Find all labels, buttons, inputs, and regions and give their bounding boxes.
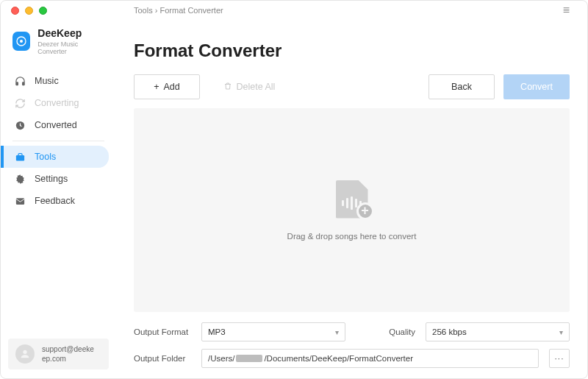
app-logo-icon xyxy=(12,32,30,51)
sidebar-item-converted[interactable]: Converted xyxy=(1,114,116,136)
close-window-button[interactable] xyxy=(11,7,19,15)
breadcrumb-parent[interactable]: Tools xyxy=(134,6,153,15)
app-subtitle: Deezer Music Converter xyxy=(37,40,104,55)
envelope-icon xyxy=(14,195,26,207)
nav-separator xyxy=(12,141,104,141)
clock-icon xyxy=(14,119,26,131)
content: DeeKeep Deezer Music Converter Music Con… xyxy=(1,20,587,378)
sidebar-item-music[interactable]: Music xyxy=(1,70,116,92)
headphones-icon xyxy=(14,75,26,87)
toolbar: + Add Delete All Back Convert xyxy=(134,74,570,99)
support-tile[interactable]: support@deeke ep.com xyxy=(8,339,109,369)
minimize-window-button[interactable] xyxy=(25,7,33,15)
browse-folder-button[interactable]: ··· xyxy=(549,349,570,368)
sidebar-item-label: Music xyxy=(35,76,59,86)
traffic-lights xyxy=(11,7,47,15)
user-icon xyxy=(15,344,35,364)
svg-point-8 xyxy=(23,350,26,354)
sidebar-item-label: Feedback xyxy=(35,196,75,206)
quality-label: Quality xyxy=(383,327,415,336)
svg-point-1 xyxy=(20,40,23,43)
main: Tools › Format Converter ≡ Format Conver… xyxy=(116,20,587,378)
svg-rect-7 xyxy=(15,198,24,205)
drop-zone[interactable]: + Drag & drop songs here to convert xyxy=(134,108,570,312)
sidebar-item-label: Tools xyxy=(35,152,56,162)
sidebar-item-converting: Converting xyxy=(1,92,116,114)
support-email: support@deeke ep.com xyxy=(42,344,94,364)
menu-icon[interactable]: ≡ xyxy=(563,4,570,17)
quality-select[interactable]: 256 kbps ▾ xyxy=(426,322,570,341)
breadcrumb-current: Format Converter xyxy=(159,6,223,15)
svg-rect-5 xyxy=(15,155,24,161)
window: DeeKeep Deezer Music Converter Music Con… xyxy=(1,1,587,378)
svg-rect-3 xyxy=(22,82,24,85)
breadcrumb: Tools › Format Converter xyxy=(134,6,223,15)
sidebar-item-label: Settings xyxy=(35,174,68,184)
trash-icon xyxy=(223,82,232,93)
primary-nav: Music Converting Converted Tools Se xyxy=(1,65,116,216)
logo: DeeKeep Deezer Music Converter xyxy=(1,27,116,65)
file-add-icon: + xyxy=(330,180,374,220)
sidebar-item-label: Converting xyxy=(35,98,79,108)
output-settings: Output Format MP3 ▾ Quality 256 kbps ▾ O… xyxy=(134,322,570,368)
sidebar-item-settings[interactable]: Settings xyxy=(1,168,116,190)
chevron-down-icon: ▾ xyxy=(559,328,563,336)
output-format-select[interactable]: MP3 ▾ xyxy=(201,322,345,341)
sidebar: DeeKeep Deezer Music Converter Music Con… xyxy=(1,20,116,378)
gear-icon xyxy=(14,173,26,185)
sidebar-item-tools[interactable]: Tools xyxy=(1,146,109,168)
delete-all-button: Delete All xyxy=(209,74,290,99)
output-format-label: Output Format xyxy=(134,327,191,336)
plus-icon: + xyxy=(154,82,159,92)
output-folder-label: Output Folder xyxy=(134,354,191,363)
sidebar-item-feedback[interactable]: Feedback xyxy=(1,190,116,212)
toolbox-icon xyxy=(14,151,26,163)
back-button[interactable]: Back xyxy=(429,74,495,99)
refresh-icon xyxy=(14,97,26,109)
drop-zone-hint: Drag & drop songs here to convert xyxy=(287,232,417,241)
convert-button: Convert xyxy=(503,74,570,99)
sidebar-item-label: Converted xyxy=(35,120,77,130)
page-title: Format Converter xyxy=(134,40,570,61)
app-name: DeeKeep xyxy=(37,27,104,39)
svg-rect-2 xyxy=(15,82,18,85)
chevron-down-icon: ▾ xyxy=(335,328,339,336)
fullscreen-window-button[interactable] xyxy=(39,7,47,15)
redacted-text xyxy=(236,355,262,362)
add-button[interactable]: + Add xyxy=(134,74,200,99)
output-folder-input[interactable]: /Users//Documents/DeeKeep/FormatConverte… xyxy=(201,349,539,368)
